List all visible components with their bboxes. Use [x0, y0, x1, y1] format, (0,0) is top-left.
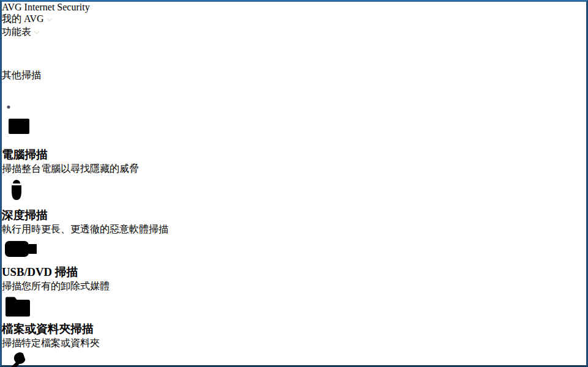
menu-my-avg[interactable]: 我的 AVG	[2, 13, 586, 26]
wrench-icon	[2, 350, 30, 367]
chevron-down-icon	[34, 31, 40, 35]
tile-computer-scan[interactable]: 電腦掃描 掃描整台電腦以尋找隱藏的威脅	[2, 116, 586, 176]
product-name: Internet Security	[24, 2, 90, 12]
gear-icon	[2, 100, 15, 114]
minimize-icon	[2, 39, 15, 51]
brand-name: AVG	[2, 2, 22, 12]
monitor-icon	[2, 116, 36, 144]
close-icon	[2, 54, 15, 67]
bug-icon	[2, 176, 31, 205]
tile-performance-scan[interactable]: 效能掃描 掃描是否有效能問題和垃圾檔案	[2, 350, 586, 367]
app-window: AVG Internet Security 我的 AVG 功能表	[0, 0, 588, 367]
scan-grid: 電腦掃描 掃描整台電腦以尋找隱藏的威脅 深度掃描 執行用時更長、更透徹的惡意軟體…	[2, 116, 586, 367]
chevron-left-icon	[2, 82, 13, 98]
page-title: 其他掃描	[2, 69, 586, 82]
tile-desc: 掃描特定檔案或資料夾	[2, 337, 586, 350]
tile-usb-dvd-scan[interactable]: USB/DVD 掃描 掃描您所有的卸除式媒體	[2, 236, 586, 293]
close-button[interactable]	[2, 54, 586, 69]
tile-title: 電腦掃描	[2, 147, 586, 163]
page-header: 其他掃描	[2, 69, 586, 116]
tile-deep-scan[interactable]: 深度掃描 執行用時更長、更透徹的惡意軟體掃描	[2, 176, 586, 236]
tile-desc: 掃描整台電腦以尋找隱藏的威脅	[2, 163, 586, 176]
tile-title: 檔案或資料夾掃描	[2, 321, 586, 337]
tile-file-folder-scan[interactable]: 檔案或資料夾掃描 掃描特定檔案或資料夾	[2, 293, 586, 350]
window-titlebar: AVG Internet Security 我的 AVG 功能表	[2, 2, 586, 69]
chevron-down-icon	[47, 18, 53, 22]
back-button[interactable]	[2, 82, 586, 100]
tile-title: USB/DVD 掃描	[2, 264, 586, 280]
menu-main[interactable]: 功能表	[2, 26, 586, 39]
minimize-button[interactable]	[2, 39, 586, 54]
menu-main-label: 功能表	[2, 26, 31, 37]
tile-title: 深度掃描	[2, 207, 586, 223]
menu-my-avg-label: 我的 AVG	[2, 13, 44, 24]
settings-button[interactable]	[2, 100, 586, 116]
folder-icon	[2, 293, 34, 319]
usb-drive-icon	[2, 236, 41, 262]
tile-desc: 執行用時更長、更透徹的惡意軟體掃描	[2, 223, 586, 236]
tile-desc: 掃描您所有的卸除式媒體	[2, 280, 586, 293]
brand: AVG Internet Security	[2, 2, 586, 13]
